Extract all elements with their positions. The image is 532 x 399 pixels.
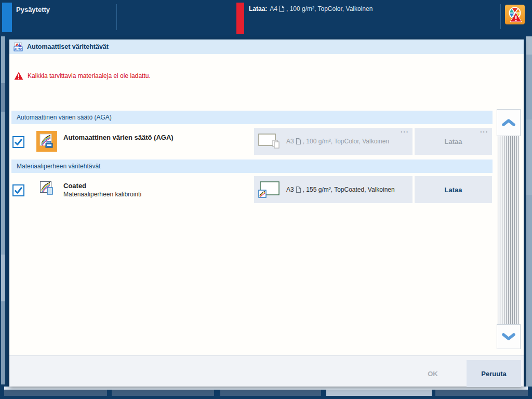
ok-button-disabled[interactable]: OK: [404, 360, 461, 387]
load-message-label: Lataa:: [249, 5, 267, 12]
background-left-tab-strip: [1, 36, 5, 384]
checkbox-coated[interactable]: [12, 184, 24, 196]
checkmark-icon: [14, 186, 23, 195]
load-button-aga-disabled[interactable]: Lataa ···: [415, 128, 492, 155]
material-details: , 155 g/m², TopCoated, Valkoinen: [303, 186, 395, 193]
load-material-details: , 100 g/m², TopColor, Valkoinen: [286, 5, 373, 12]
material-description: A3 , 100 g/m², TopColor, Valkoinen: [286, 138, 389, 145]
load-button-label: Lataa: [445, 186, 462, 194]
page-icon: [279, 5, 285, 12]
svg-text:AUTO: AUTO: [14, 48, 22, 51]
background-tab-2[interactable]: [112, 390, 214, 396]
overflow-dots: ···: [480, 128, 488, 136]
cancel-button[interactable]: Peruuta: [467, 360, 521, 387]
load-paper-size: A4: [270, 5, 277, 12]
task-label-aga: Automaattinen värien säätö (AGA): [63, 134, 174, 141]
family-calibration-icon: [40, 181, 54, 195]
aga-calibration-icon: [36, 131, 57, 152]
auto-color-tasks-icon: AUTO: [14, 42, 23, 51]
automatic-color-tasks-dialog: AUTO Automaattiset väritehtävät Kaikkia …: [9, 39, 524, 387]
paper-tray-icon: [258, 133, 281, 150]
load-button-coated[interactable]: Lataa: [415, 176, 492, 203]
load-message: Lataa: A4 , 100 g/m², TopColor, Valkoine…: [249, 5, 373, 12]
task-sublabel: Materiaaliperheen kalibrointi: [63, 191, 141, 198]
task-label-coated: Coated Materiaaliperheen kalibrointi: [63, 182, 141, 198]
material-selector-aga-disabled[interactable]: A3 , 100 g/m², TopColor, Valkoinen ···: [254, 128, 413, 155]
status-indicator-bar: [2, 3, 12, 32]
section-header-aga: Automaattinen värien säätö (AGA): [11, 111, 493, 124]
alert-indicator-bar: [236, 3, 244, 34]
checkmark-icon: [14, 138, 23, 147]
chevron-up-icon: [501, 118, 516, 127]
header-divider: [116, 4, 117, 30]
material-details: , 100 g/m², TopColor, Valkoinen: [303, 138, 389, 145]
dialog-titlebar: AUTO Automaattiset väritehtävät: [9, 39, 524, 54]
machine-status-text: Pysäytetty: [16, 6, 50, 14]
background-tab-5[interactable]: [435, 390, 528, 396]
background-right-tab-strip: [526, 36, 532, 387]
scrollbar-track[interactable]: [498, 136, 520, 324]
background-tab-1[interactable]: [4, 390, 107, 396]
section-header-material-family: Materiaaliperheen väritehtävät: [11, 159, 493, 173]
material-selector-coated[interactable]: A3 , 155 g/m², TopCoated, Valkoinen: [254, 176, 413, 203]
background-tab-3[interactable]: [220, 390, 321, 396]
warning-text: Kaikkia tarvittavia materiaaleja ei ole …: [28, 72, 151, 79]
dialog-footer: OK Peruuta: [9, 355, 524, 387]
page-icon: [296, 186, 301, 193]
header-divider: [500, 4, 501, 29]
background-bottom-tabs: [0, 390, 532, 396]
dialog-title: Automaattiset väritehtävät: [27, 43, 109, 50]
warning-message-row: Kaikkia tarvittavia materiaaleja ei ole …: [14, 72, 151, 80]
paper-tray-calibration-icon: [258, 180, 281, 199]
dialog-scrollbar: [497, 109, 521, 349]
machine-ui-screen: Pysäytetty Lataa: A4 , 100 g/m², TopColo…: [0, 0, 532, 399]
page-icon: [296, 138, 301, 145]
background-tab-4-active[interactable]: [326, 390, 432, 396]
chevron-down-icon: [501, 332, 516, 341]
color-calibration-alert-button[interactable]: [505, 5, 525, 24]
overflow-dots: ···: [401, 128, 409, 136]
material-paper-size: A3: [286, 186, 294, 193]
material-description: A3 , 155 g/m², TopCoated, Valkoinen: [286, 186, 395, 193]
scroll-up-button[interactable]: [497, 109, 521, 136]
scroll-down-button[interactable]: [497, 324, 521, 349]
color-wheel-warning-icon: [507, 6, 523, 23]
checkbox-aga[interactable]: [12, 136, 24, 148]
material-paper-size: A3: [286, 138, 294, 145]
task-title: Coated: [63, 182, 86, 190]
load-button-label: Lataa: [445, 138, 462, 145]
warning-triangle-icon: [14, 72, 23, 80]
